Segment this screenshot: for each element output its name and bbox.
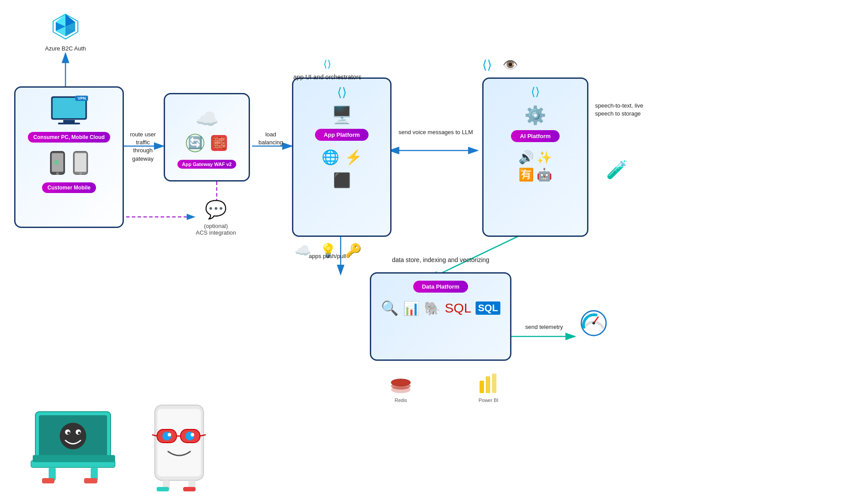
- ai-foundry-icon: 🧪: [606, 159, 628, 180]
- svg-point-38: [592, 322, 595, 324]
- customer-mobile-pill: Customer Mobile: [42, 182, 96, 193]
- voice-msg-label: send voice messages to LLM: [396, 128, 476, 136]
- blocks-icon: ⬛: [333, 172, 351, 189]
- cartoon-laptop: [27, 403, 124, 493]
- svg-rect-44: [486, 376, 490, 393]
- waf-icon: 🧱: [209, 133, 229, 154]
- azure-cdn-icon: 🌐: [322, 149, 339, 166]
- sql-icon: SQL: [445, 301, 471, 316]
- svg-point-31: [79, 172, 82, 175]
- gateway-box: ☁️ 🔄 🧱 App Gateway WAF v2: [164, 93, 250, 181]
- svg-rect-45: [492, 374, 496, 393]
- ai-platform-pill: AI Platform: [511, 130, 559, 142]
- ai-extra-icon: 🤖: [537, 167, 552, 182]
- svg-text:🔄: 🔄: [188, 135, 203, 150]
- svg-text:⊕: ⊕: [54, 158, 59, 166]
- acs-node: 💬 (optional) ACS integration: [185, 199, 247, 236]
- svg-point-48: [60, 423, 86, 449]
- svg-rect-56: [42, 478, 54, 483]
- translate-icon: 🈶: [518, 167, 534, 182]
- app-ui-label: ⟨⟩ app UI and orchestrators: [279, 58, 376, 81]
- acs-label: (optional) ACS integration: [185, 223, 247, 236]
- svg-point-52: [78, 432, 81, 434]
- postgresql-icon: 🐘: [424, 301, 440, 316]
- svg-rect-23: [63, 120, 75, 123]
- redis-label: Redis: [389, 398, 412, 403]
- consumer-box: VPN Consumer PC, Mobile Cloud ⊕: [14, 86, 124, 228]
- consumer-pc-pill: Consumer PC, Mobile Cloud: [28, 132, 110, 143]
- svg-rect-24: [58, 123, 80, 124]
- search-icon: 🔍: [381, 300, 399, 317]
- svg-text:🧱: 🧱: [213, 136, 226, 149]
- svg-point-69: [191, 433, 194, 436]
- svg-rect-73: [183, 487, 196, 491]
- svg-rect-71: [157, 487, 169, 491]
- table-icon: 📊: [403, 301, 419, 316]
- svg-rect-30: [75, 153, 86, 172]
- speedometer-icon: [580, 310, 607, 342]
- server-icon: 🖥️: [331, 105, 352, 124]
- lightning-icon: ⚡: [345, 149, 362, 166]
- ai-cog-icon: ⚙️: [524, 105, 546, 126]
- code-brackets-icon: ⟨⟩: [482, 58, 492, 72]
- sql2-icon: SQL: [476, 301, 500, 315]
- svg-point-51: [67, 432, 70, 434]
- architecture-diagram: Azure B2C Auth VPN Consumer PC, Mobile C…: [0, 0, 868, 502]
- android-icon: ⊕: [50, 150, 65, 178]
- app-platform-box: ⟨⟩ 🖥️ App Platform 🌐 ⚡ ⬛: [292, 77, 392, 237]
- data-platform-box: Data Platform 🔍 📊 🐘 SQL SQL: [370, 272, 511, 361]
- azure-cloud-icon: ☁️: [196, 108, 219, 130]
- acs-icon: 💬: [185, 199, 247, 220]
- sparkle-icon: ✨: [537, 150, 552, 165]
- svg-point-67: [168, 433, 171, 436]
- data-store-label: data store, indexing and vectorizing: [370, 256, 511, 265]
- svg-rect-54: [33, 455, 115, 462]
- svg-rect-58: [84, 478, 97, 483]
- ai-top-icons: ⟨⟩ 👁️: [482, 58, 518, 72]
- cartoon-phone: [142, 403, 221, 493]
- apple-icon: [73, 150, 88, 178]
- speech-icon: 🔊: [518, 150, 534, 165]
- azure-b2c-icon: [39, 13, 92, 43]
- code-icon-app: ⟨⟩: [337, 85, 347, 100]
- send-telemetry-label: send telemetry: [515, 323, 573, 331]
- ai-platform-box: ⟨⟩ ⚙️ AI Platform 🔊 ✨ 🈶 🤖: [482, 77, 588, 237]
- svg-line-10: [429, 230, 531, 279]
- app-platform-pill: App Platform: [315, 129, 369, 141]
- app-gateway-icon: 🔄: [185, 133, 205, 154]
- route-label: route user trafficthrough gateway: [123, 131, 163, 163]
- speech-to-text-label: speech-to-text, livespeech to storage: [595, 102, 675, 118]
- svg-point-27: [56, 172, 59, 175]
- data-platform-pill: Data Platform: [413, 281, 469, 293]
- gateway-pill: App Gateway WAF v2: [177, 160, 236, 169]
- azure-b2c-label: Azure B2C Auth: [39, 45, 92, 52]
- vpn-badge: VPN: [75, 96, 88, 101]
- apps-push-pull-label: apps push/pull: [301, 252, 354, 260]
- ai-eye-icon: 👁️: [503, 58, 518, 72]
- powerbi-icon: Power BI: [478, 372, 499, 403]
- azure-b2c-node: Azure B2C Auth: [39, 13, 92, 52]
- monitor-icon: VPN: [49, 95, 89, 128]
- load-balancing-label: loadbalancing: [253, 131, 288, 147]
- powerbi-label: Power BI: [478, 398, 499, 403]
- ai-code-icon: ⟨⟩: [531, 85, 540, 99]
- redis-icon: Redis: [389, 372, 412, 403]
- svg-rect-43: [480, 381, 484, 393]
